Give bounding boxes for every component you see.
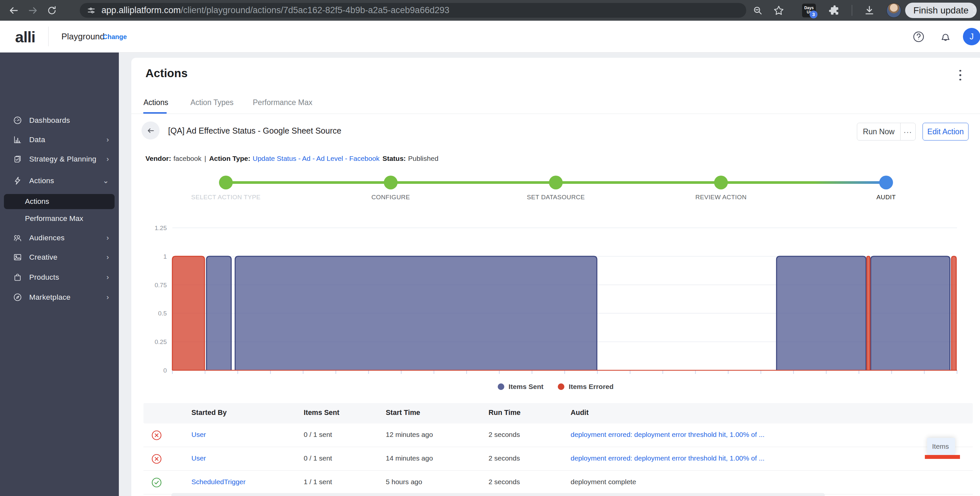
started-by-link[interactable]: User [191, 431, 206, 439]
svg-text:0: 0 [163, 367, 167, 374]
alli-logo[interactable]: alli [15, 28, 35, 46]
page-more-icon[interactable] [956, 68, 964, 83]
help-icon[interactable] [912, 30, 925, 43]
sidebar-subitem-label: Actions [25, 197, 49, 206]
step-label: SET DATASOURCE [497, 194, 615, 201]
sidebar-item-actions[interactable]: Actions ⌄ [0, 171, 119, 191]
tab-actions[interactable]: Actions [143, 98, 168, 107]
svg-text:0.5: 0.5 [158, 310, 167, 317]
browser-forward-icon[interactable] [26, 4, 40, 17]
sidebar-item-label: Strategy & Planning [29, 155, 97, 164]
run-time-cell: 2 seconds [488, 478, 520, 486]
success-circle-icon [151, 477, 162, 488]
column-header-start-time: Start Time [386, 409, 420, 417]
tab-performance-max[interactable]: Performance Max [253, 98, 313, 107]
chevron-right-icon: › [107, 253, 109, 262]
sidebar-item-label: Data [29, 135, 45, 144]
back-arrow-icon [146, 126, 156, 135]
screen: app.alliplatform.com/client/playground/a… [0, 0, 980, 496]
sidebar-item-label: Products [29, 273, 59, 281]
items-sent-cell: 0 / 1 sent [304, 431, 332, 439]
gauge-icon [13, 116, 22, 125]
sidebar-item-products[interactable]: Products › [0, 267, 119, 287]
vendor-label: Vendor: [145, 154, 171, 162]
started-by-link[interactable]: ScheduledTrigger [191, 478, 246, 486]
sidebar-item-label: Dashboards [29, 116, 70, 125]
sidebar-item-audiences[interactable]: Audiences › [0, 228, 119, 248]
run-now-button[interactable]: Run Now [857, 123, 900, 140]
step-label: REVIEW ACTION [662, 194, 780, 201]
step-dot-audit [879, 176, 893, 189]
menu-item-items[interactable]: Items [927, 438, 955, 455]
step-dot-set-datasource [549, 176, 563, 189]
run-status-badge [151, 454, 162, 464]
chevron-right-icon: › [107, 234, 109, 242]
pipe-separator: | [204, 154, 206, 162]
table-row: User 0 / 1 sent 12 minutes ago 2 seconds… [143, 423, 973, 447]
url-path: /client/playground/actions/7d5ac162-82f5… [181, 5, 449, 15]
tab-action-types[interactable]: Action Types [191, 98, 234, 107]
sidebar-subitem-actions[interactable]: Actions [4, 194, 115, 209]
site-settings-icon[interactable] [86, 6, 96, 16]
notifications-bell-icon[interactable] [939, 30, 952, 43]
column-header-audit: Audit [571, 409, 589, 417]
sidebar-item-marketplace[interactable]: Marketplace › [0, 288, 119, 307]
error-circle-icon [151, 430, 162, 440]
app-header: alli Playground Change J [0, 21, 980, 52]
legend-item-items-errored[interactable]: Items Errored [558, 383, 614, 391]
table-row: ScheduledTrigger 1 / 1 sent 5 hours ago … [143, 471, 973, 494]
legend-item-items-sent[interactable]: Items Sent [498, 383, 543, 391]
column-header-started-by: Started By [191, 409, 227, 417]
page-title: Actions [145, 67, 188, 80]
zoom-out-icon[interactable] [751, 4, 764, 17]
browser-menu-icon[interactable] [970, 4, 977, 17]
sidebar-item-label: Actions [29, 176, 54, 185]
sidebar-item-data[interactable]: Data › [0, 130, 119, 149]
row-context-menu: Items [927, 438, 955, 455]
next-section-edge [171, 493, 825, 496]
start-time-cell: 12 minutes ago [386, 431, 433, 439]
audit-text: deployment complete [571, 478, 636, 486]
sidebar-item-dashboards[interactable]: Dashboards [0, 111, 119, 130]
url-host: app.alliplatform.com [102, 5, 181, 15]
audit-link[interactable]: deployment errored: deployment error thr… [571, 431, 765, 439]
bookmark-star-icon[interactable] [772, 4, 785, 17]
browser-profile-avatar[interactable] [886, 3, 901, 18]
menu-accent-bar [925, 455, 960, 459]
sidebar-item-strategy-planning[interactable]: Strategy & Planning › [0, 149, 119, 169]
back-button[interactable] [142, 121, 159, 140]
run-status-badge [151, 430, 162, 440]
extensions-puzzle-icon[interactable] [828, 4, 841, 17]
download-icon[interactable] [863, 4, 876, 17]
edit-action-button[interactable]: Edit Action [923, 123, 969, 140]
lightning-icon [13, 176, 22, 185]
stepper-line-active [814, 181, 886, 184]
compass-icon [13, 293, 22, 302]
user-avatar[interactable]: J [963, 28, 980, 45]
workspace-name: Playground [61, 32, 105, 42]
legend-label: Items Sent [509, 383, 543, 391]
sidebar-item-creative[interactable]: Creative › [0, 248, 119, 267]
started-by-link[interactable]: User [191, 454, 206, 462]
url-text[interactable]: app.alliplatform.com/client/playground/a… [102, 5, 449, 16]
items-sent-cell: 0 / 1 sent [304, 454, 332, 462]
chevron-right-icon: › [107, 293, 109, 302]
browser-back-icon[interactable] [7, 4, 21, 17]
header-divider [48, 27, 49, 46]
run-status-badge [151, 477, 162, 488]
address-bar[interactable]: app.alliplatform.com/client/playground/a… [80, 3, 746, 18]
action-type-link[interactable]: Update Status - Ad - Ad Level - Facebook [253, 154, 380, 162]
chevron-right-icon: › [107, 155, 109, 164]
finish-update-button[interactable]: Finish update [905, 3, 977, 18]
runs-table-header: Started By Items Sent Start Time Run Tim… [143, 403, 973, 423]
toolbar-divider [852, 5, 852, 16]
step-label: AUDIT [827, 194, 945, 201]
audit-link[interactable]: deployment errored: deployment error thr… [571, 454, 765, 462]
change-workspace-link[interactable]: Change [103, 33, 127, 41]
sidebar-subitem-performance-max[interactable]: Performance Max [4, 211, 115, 226]
sidebar: Dashboards Data › Strategy & Planning › … [0, 52, 119, 496]
browser-refresh-icon[interactable] [45, 4, 59, 17]
action-name: [QA] Ad Effective Status - Google Sheet … [168, 126, 342, 135]
audit-runs-area-chart[interactable]: 00.250.50.7511.25 [141, 222, 980, 380]
run-now-more-icon[interactable]: ... [900, 123, 915, 140]
